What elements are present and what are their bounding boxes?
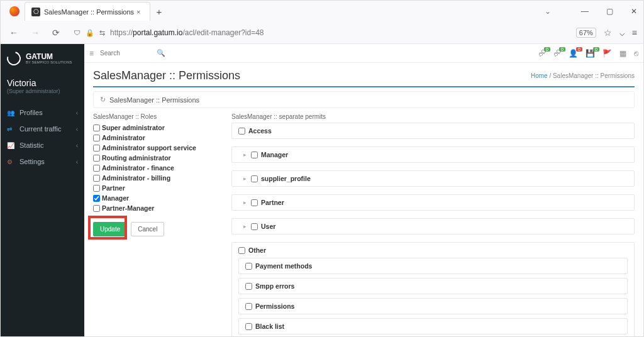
permit-row[interactable]: Payment methods [245,262,621,270]
reload-button[interactable]: ⟳ [50,25,62,40]
topbar-badge-icon[interactable]: 🗪0 [553,49,561,58]
permission-icon: ⇆ [99,29,105,37]
pocket-icon[interactable]: ⌵ [619,28,625,38]
permit-checkbox[interactable] [245,303,252,310]
refresh-icon[interactable]: ↻ [100,96,106,104]
role-checkbox[interactable] [93,124,100,131]
cancel-button[interactable]: Cancel [131,222,164,236]
role-row[interactable]: Administrator [93,133,219,143]
permit-box: ▸supplier_profile [231,170,635,187]
role-label: Routing administrator [102,154,171,162]
grid-icon[interactable]: ▦ [619,49,626,58]
role-checkbox[interactable] [93,145,100,152]
close-window-button[interactable]: ✕ [628,4,640,18]
permit-row[interactable]: Smpp errors [245,282,621,290]
breadcrumb-home[interactable]: Home [531,72,548,79]
brand: GATUM BY SEMPICO SOLUTIONS [1,44,84,73]
permit-row[interactable]: ▸Partner [238,199,628,206]
sidebar-item-profiles[interactable]: 👥Profiles‹ [1,104,84,121]
role-label: Super administrator [102,124,165,131]
role-checkbox[interactable] [93,175,100,182]
permit-row[interactable]: ▸User [238,223,628,230]
badge-count: 0 [559,47,565,52]
search-icon[interactable]: 🔍 [157,49,165,57]
role-row[interactable]: Routing administrator [93,153,219,163]
nav-icon: 👥 [7,109,16,116]
permit-label: Payment methods [255,262,312,270]
permit-checkbox[interactable] [245,323,252,330]
permit-row[interactable]: Permissions [245,302,621,310]
permit-box: Access [231,123,635,139]
role-label: Partner-Manager [102,204,154,212]
tab-favicon-icon: ⎔ [31,8,40,16]
role-checkbox[interactable] [93,205,100,212]
permits-title: SalesManager :: separate permits [231,113,635,120]
address-bar[interactable]: 🛡 🔒 ⇆ https://portal.gatum.io/acl/edit-m… [70,28,569,37]
search-box[interactable]: 🔍 [100,49,172,57]
update-button[interactable]: Update [93,222,127,236]
tab-title: SalesManager :: Permissions [44,8,134,16]
sidebar-item-current-traffic[interactable]: ⇄Current traffic‹ [1,121,84,137]
sidebar-user: Victoria (Super administrator) [1,73,84,97]
role-checkbox[interactable] [93,135,100,141]
role-row[interactable]: Administrator - finance [93,163,219,173]
role-row[interactable]: Super administrator [93,123,219,133]
sidebar-item-settings[interactable]: ⚙Settings‹ [1,153,84,170]
tabs-caret-icon[interactable]: ⌄ [542,4,553,18]
role-checkbox[interactable] [93,165,100,172]
permit-box: Payment methods [238,258,628,274]
permit-checkbox[interactable] [245,283,252,290]
tree-toggle-icon[interactable]: ▸ [243,199,247,206]
zoom-level[interactable]: 67% [576,28,596,38]
search-input[interactable] [100,50,157,57]
sidebar-item-statistic[interactable]: 📈Statistic‹ [1,137,84,153]
brand-name: GATUM [26,53,72,60]
permit-label: Access [248,127,272,135]
hamburger-icon[interactable]: ≡ [89,49,94,58]
logout-icon[interactable]: ⎋ [634,49,638,58]
browser-tab[interactable]: ⎔ SalesManager :: Permissions × [25,2,150,21]
permit-checkbox[interactable] [238,128,245,135]
close-tab-icon[interactable]: × [134,8,143,16]
role-checkbox[interactable] [93,155,100,162]
permit-row[interactable]: Black list [245,323,621,330]
nav-icon: ⚙ [7,158,16,165]
shield-icon: 🛡 [74,29,80,36]
maximize-window-button[interactable]: ▢ [604,4,616,18]
back-button[interactable]: ← [7,25,21,40]
permit-checkbox[interactable] [251,175,258,182]
permit-checkbox[interactable] [245,263,252,270]
chevron-left-icon: ‹ [76,142,78,149]
new-tab-button[interactable]: + [157,6,162,17]
sidebar: GATUM BY SEMPICO SOLUTIONS Victoria (Sup… [1,44,84,336]
topbar-badge-icon[interactable]: 👤0 [569,49,578,58]
topbar-badge-icon[interactable]: 💾0 [586,49,595,58]
permit-checkbox[interactable] [251,152,258,158]
minimize-window-button[interactable]: — [579,4,591,18]
flag-icon[interactable]: 🚩 [602,49,612,58]
chevron-left-icon: ‹ [76,158,78,165]
tree-toggle-icon[interactable]: ▸ [243,152,247,158]
tree-toggle-icon[interactable]: ▸ [243,175,247,182]
permit-checkbox[interactable] [251,199,258,206]
brand-logo-icon [4,49,23,68]
nav-label: Statistic [19,141,44,149]
role-row[interactable]: Partner-Manager [93,203,219,213]
app-menu-icon[interactable]: ≡ [632,28,637,38]
permit-row[interactable]: Access [238,127,628,135]
tree-toggle-icon[interactable]: ▸ [243,223,247,229]
role-checkbox[interactable] [93,185,100,192]
permit-row[interactable]: ▸supplier_profile [238,175,628,182]
permit-row[interactable]: ▸Manager [238,151,628,158]
role-row[interactable]: Administrator support service [93,143,219,153]
role-checkbox[interactable] [93,195,100,202]
permit-checkbox[interactable] [238,247,245,254]
permit-row[interactable]: Other [238,246,628,254]
role-row[interactable]: Partner [93,183,219,193]
breadcrumb: Home / SalesManager :: Permissions [531,72,635,79]
permit-checkbox[interactable] [251,223,258,230]
role-row[interactable]: Manager [93,193,219,203]
topbar-badge-icon[interactable]: 🗪0 [538,49,546,58]
bookmark-icon[interactable]: ☆ [604,28,612,38]
role-row[interactable]: Administrator - billing [93,173,219,183]
